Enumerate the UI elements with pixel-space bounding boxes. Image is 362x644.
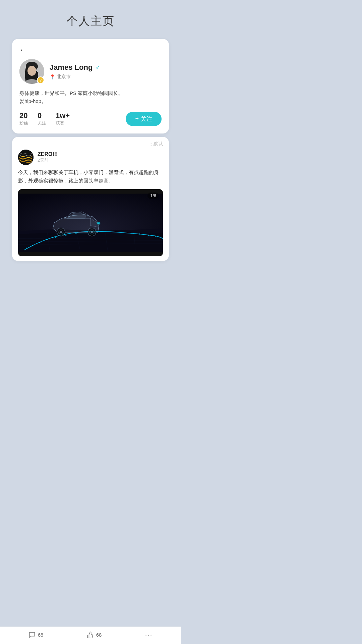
bio: 身体健康，世界和平。PS 家庭小动物园园长。 爱hip-hop。 (19, 89, 162, 105)
page-title: 个人主页 (66, 14, 115, 27)
svg-point-9 (47, 239, 48, 240)
gender-icon: ♂ (95, 64, 100, 71)
svg-point-6 (26, 248, 27, 249)
post-item: ZERO!!! 2天前 今天，我们来聊聊关于车机，小零双门，溜背式，有点超跑的身… (12, 150, 169, 261)
post-meta: ZERO!!! 2天前 (38, 151, 163, 163)
svg-point-15 (148, 234, 149, 235)
back-button[interactable]: ← (19, 46, 27, 54)
sort-icon: ↕ (150, 142, 153, 147)
fans-count: 20 (19, 111, 28, 120)
following-count: 0 (38, 111, 46, 120)
post-image[interactable]: 1/6 (18, 189, 163, 256)
post-author: ZERO!!! (38, 151, 163, 157)
likes-stat: 1w+ 获赞 (56, 111, 70, 126)
svg-point-8 (39, 242, 40, 243)
svg-point-22 (60, 231, 62, 233)
post-header: ZERO!!! 2天前 (18, 150, 163, 165)
bio-line2: 爱hip-hop。 (19, 98, 46, 104)
post-avatar (18, 150, 34, 165)
post-text: 今天，我们来聊聊关于车机，小零双门，溜背式，有点超跑的身影，外观确实很惊艳，路上… (18, 168, 163, 185)
avatar-wrap: v (19, 59, 44, 84)
post-time: 2天前 (38, 157, 163, 163)
feed-card: ↕ 默认 ZERO!!! 2天前 (12, 137, 169, 261)
svg-point-13 (130, 232, 131, 233)
location-text: 北京市 (57, 74, 71, 80)
profile-header: v James Long ♂ 📍 北京市 (19, 59, 162, 84)
svg-point-11 (65, 234, 66, 235)
follow-label: 关注 (141, 115, 152, 123)
image-counter: 1/6 (147, 193, 159, 199)
svg-point-23 (97, 222, 100, 224)
location-pin-icon: 📍 (50, 74, 55, 79)
svg-point-19 (91, 231, 93, 233)
follow-button[interactable]: + 关注 (126, 112, 162, 126)
fans-stat: 20 粉丝 (19, 111, 28, 126)
sort-row[interactable]: ↕ 默认 (12, 137, 169, 150)
svg-point-14 (139, 233, 140, 234)
location-row: 📍 北京市 (50, 74, 162, 80)
profile-info: James Long ♂ 📍 北京市 (50, 63, 162, 80)
profile-card: ← v (12, 39, 169, 133)
username: James Long (50, 63, 93, 72)
fans-label: 粉丝 (19, 120, 28, 126)
svg-point-16 (155, 236, 156, 237)
likes-count: 1w+ (56, 111, 70, 120)
bio-line1: 身体健康，世界和平。PS 家庭小动物园园长。 (19, 90, 123, 96)
following-label: 关注 (38, 120, 46, 126)
name-row: James Long ♂ (50, 63, 162, 72)
svg-point-2 (27, 66, 36, 76)
likes-label: 获赞 (56, 120, 70, 126)
svg-point-7 (32, 245, 33, 246)
verified-badge: v (37, 76, 44, 84)
following-stat: 0 关注 (38, 111, 46, 126)
stats-row: 20 粉丝 0 关注 1w+ 获赞 + 关注 (19, 111, 162, 126)
sort-label: 默认 (154, 141, 163, 147)
svg-point-10 (55, 236, 56, 237)
